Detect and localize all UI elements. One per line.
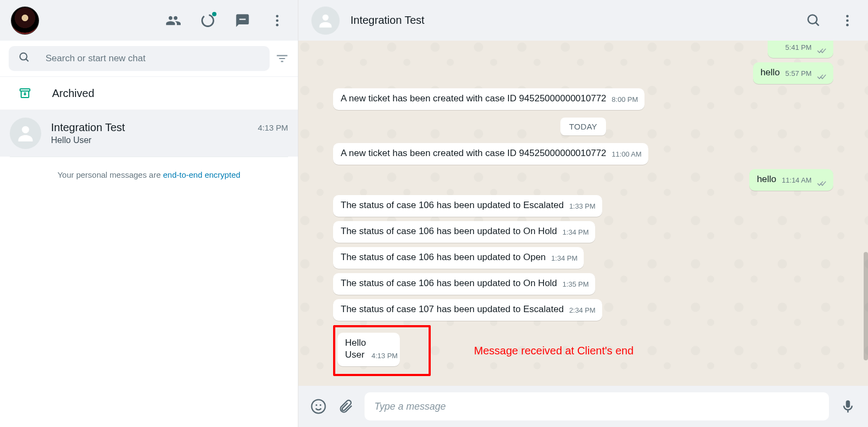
message-text: A new ticket has been created with case … — [341, 93, 607, 105]
message-text: The status of case 106 has been updated … — [341, 277, 557, 289]
filter-icon[interactable] — [275, 51, 289, 66]
svg-point-2 — [276, 19, 279, 22]
sidebar-header — [0, 0, 298, 41]
conversation-header: Integration Test — [298, 0, 868, 41]
message-text: Hello User — [345, 337, 366, 361]
sidebar: Archived Integration Test 4:13 PM Hello … — [0, 0, 298, 427]
svg-point-4 — [20, 53, 27, 60]
message-row: A new ticket has been created with case … — [333, 143, 833, 165]
incoming-message[interactable]: The status of case 106 has been updated … — [333, 195, 602, 217]
new-chat-icon[interactable] — [235, 13, 250, 28]
message-time: 2:34 PM — [569, 305, 595, 316]
conversation-title[interactable]: Integration Test — [350, 14, 795, 27]
svg-point-18 — [320, 404, 321, 406]
search-icon — [18, 51, 30, 66]
annotation-text: Message received at Client's end — [474, 345, 634, 357]
outgoing-message[interactable]: hello5:57 PM — [753, 62, 833, 84]
incoming-message[interactable]: The status of case 106 has been updated … — [333, 247, 584, 269]
message-row: The status of case 106 has been updated … — [333, 195, 833, 217]
message-input[interactable] — [374, 401, 819, 412]
svg-point-11 — [808, 15, 817, 23]
message-time: 5:57 PM — [786, 68, 812, 80]
svg-point-10 — [322, 14, 328, 20]
mic-icon[interactable] — [840, 398, 856, 415]
date-separator: TODAY — [333, 118, 833, 135]
search-input[interactable] — [46, 53, 260, 64]
message-time: 1:35 PM — [563, 279, 589, 290]
message-time: 11:00 AM — [612, 148, 642, 160]
encryption-notice: Your personal messages are end-to-end en… — [0, 157, 298, 192]
svg-point-15 — [846, 23, 849, 26]
message-row: A new ticket has been created with case … — [333, 88, 833, 110]
encryption-link[interactable]: end-to-end encrypted — [163, 170, 240, 179]
attach-icon[interactable] — [337, 398, 354, 415]
search-in-chat-icon[interactable] — [806, 13, 821, 28]
groups-icon[interactable] — [165, 13, 181, 28]
incoming-message[interactable]: A new ticket has been created with case … — [333, 88, 644, 110]
chat-time: 4:13 PM — [258, 123, 288, 132]
message-time: 1:34 PM — [563, 227, 589, 238]
compose-input-wrap[interactable] — [365, 392, 829, 420]
emoji-icon[interactable] — [310, 398, 327, 415]
message-time: 11:14 AM — [782, 174, 812, 186]
incoming-message[interactable]: A new ticket has been created with case … — [333, 143, 648, 165]
incoming-message[interactable]: The status of case 106 has been updated … — [333, 221, 595, 243]
archived-label: Archived — [52, 87, 94, 100]
archive-icon — [18, 87, 31, 100]
message-time: 1:33 PM — [569, 200, 595, 212]
message-row: hello11:14 AM — [333, 169, 833, 191]
read-ticks-icon — [817, 178, 827, 185]
search-box[interactable] — [9, 46, 270, 71]
message-time: 4:13 PM — [372, 350, 398, 362]
chat-preview: Hello User — [51, 135, 288, 145]
svg-point-17 — [316, 404, 317, 406]
search-row — [0, 41, 298, 77]
message-row: The status of case 107 has been updated … — [333, 299, 833, 321]
message-text: hello — [761, 67, 780, 79]
incoming-message[interactable]: The status of case 106 has been updated … — [333, 273, 595, 295]
message-row: The status of case 106 has been updated … — [333, 247, 833, 269]
message-row: The status of case 106 has been updated … — [333, 221, 833, 243]
message-text: hello — [757, 173, 776, 185]
incoming-message[interactable]: Hello User4:13 PM — [337, 333, 400, 366]
archived-button[interactable]: Archived — [0, 77, 298, 110]
status-icon[interactable] — [200, 13, 215, 28]
message-text: The status of case 107 has been updated … — [341, 303, 564, 315]
svg-point-1 — [276, 15, 279, 17]
svg-line-12 — [816, 22, 819, 25]
message-text: A new ticket has been created with case … — [341, 147, 607, 159]
avatar — [10, 118, 41, 149]
conversation-avatar[interactable] — [311, 7, 340, 35]
outgoing-message[interactable]: x5:41 PM — [768, 41, 833, 58]
message-text: The status of case 106 has been updated … — [341, 251, 546, 263]
message-text: The status of case 106 has been updated … — [341, 199, 564, 211]
compose-bar — [298, 386, 868, 427]
messages-scroll[interactable]: x5:41 PMhello5:57 PMA new ticket has bee… — [298, 41, 868, 386]
chat-list-item[interactable]: Integration Test 4:13 PM Hello User — [0, 110, 298, 157]
chat-name: Integration Test — [51, 121, 125, 134]
date-chip: TODAY — [560, 118, 606, 135]
conversation-menu-icon[interactable] — [840, 13, 855, 28]
read-ticks-icon — [817, 72, 827, 79]
menu-icon[interactable] — [270, 13, 285, 28]
message-time: 1:34 PM — [551, 253, 577, 264]
svg-line-5 — [26, 59, 29, 62]
incoming-message[interactable]: The status of case 107 has been updated … — [333, 299, 602, 321]
conversation-pane: Integration Test x5:41 PMhello5:57 PMA n… — [298, 0, 868, 427]
svg-point-14 — [846, 19, 849, 22]
annotation-highlight-box: Hello User4:13 PM — [333, 325, 431, 376]
message-row: hello5:57 PM — [333, 62, 833, 84]
read-ticks-icon — [817, 46, 827, 53]
outgoing-message[interactable]: hello11:14 AM — [749, 169, 833, 191]
user-avatar[interactable] — [11, 7, 39, 35]
message-text: The status of case 106 has been updated … — [341, 225, 557, 237]
message-row: x5:41 PM — [333, 41, 833, 58]
message-row: The status of case 106 has been updated … — [333, 273, 833, 295]
message-time: 5:41 PM — [786, 42, 812, 54]
svg-point-0 — [202, 15, 214, 26]
svg-point-16 — [312, 400, 326, 413]
svg-point-9 — [22, 126, 29, 133]
message-row: Hello User4:13 PMMessage received at Cli… — [333, 325, 833, 376]
svg-point-3 — [276, 23, 279, 26]
scrollbar[interactable] — [864, 252, 868, 360]
